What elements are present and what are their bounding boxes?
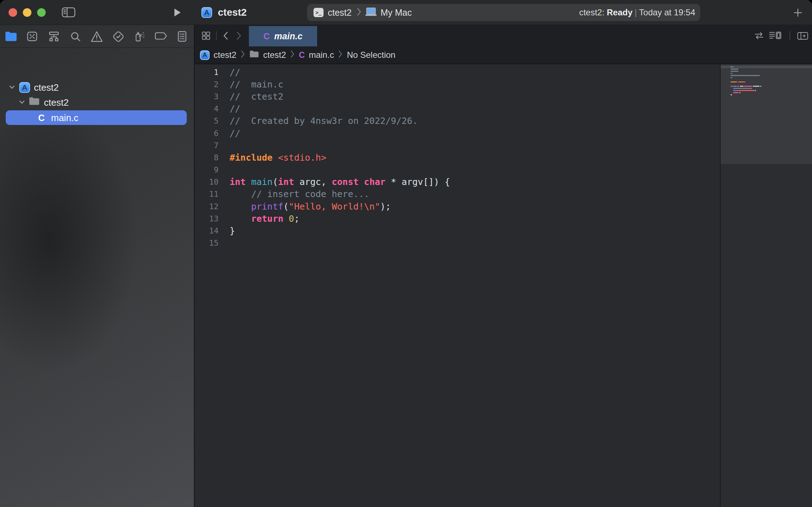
code-text: // main.c (230, 79, 284, 90)
folder-icon (249, 50, 259, 60)
code-pane[interactable]: 1//2// main.c3// ctest24//5// Created by… (195, 64, 720, 507)
code-text: // insert code here... (230, 189, 369, 199)
source-editor[interactable]: 1//2// main.c3// ctest24//5// Created by… (195, 64, 812, 507)
activity-status[interactable]: ctest2: Ready|Today at 19:54 (579, 7, 695, 17)
code-line: 2// main.c (195, 78, 720, 90)
minimap-bar (731, 94, 732, 95)
jumpbar-file[interactable]: main.c (309, 50, 334, 60)
breakpoint-navigator-icon[interactable] (155, 30, 167, 43)
symbol-navigator-icon[interactable] (47, 30, 60, 43)
project-app-icon: A (201, 7, 212, 18)
jump-bar: A ctest2 ctest2 C main.c No Selection (195, 46, 812, 64)
minimap-bar (739, 92, 741, 93)
c-file-icon: C (38, 112, 45, 123)
line-number: 11 (195, 190, 219, 199)
line-number: 1 (195, 68, 219, 77)
debug-navigator-icon[interactable] (133, 30, 146, 43)
minimap-bar (744, 86, 752, 87)
source-control-navigator-icon[interactable] (26, 30, 39, 43)
related-items-icon[interactable] (201, 31, 211, 42)
project-navigator-icon[interactable] (5, 30, 17, 43)
test-navigator-icon[interactable] (112, 30, 125, 43)
code-line: 13 return 0; (195, 212, 720, 225)
c-file-icon: C (299, 50, 305, 60)
line-number: 10 (195, 177, 219, 186)
minimap-bar (731, 66, 733, 67)
minimap-bar (733, 86, 737, 87)
line-number: 8 (195, 153, 219, 162)
minimap-bar (731, 69, 738, 70)
line-number: 12 (195, 202, 219, 211)
code-line: 7 (195, 139, 720, 151)
line-number: 4 (195, 104, 219, 113)
minimap-bar (738, 81, 745, 82)
toolbar: A ctest2 >_ ctest2 My Mac ctest2: Ready|… (0, 0, 812, 25)
close-button[interactable] (9, 8, 17, 17)
line-number: 2 (195, 80, 219, 89)
tab-bar: C main.c (195, 25, 812, 46)
code-text: // Created by 4nsw3r on 2022/9/26. (230, 116, 418, 126)
find-navigator-icon[interactable] (69, 30, 82, 43)
jumpbar-group[interactable]: ctest2 (263, 50, 286, 60)
code-text: int main(int argc, const char * argv[]) … (230, 177, 450, 187)
library-add-button[interactable] (793, 8, 803, 19)
tree-row-project[interactable]: A ctest2 (0, 80, 194, 95)
code-line: 9 (195, 164, 720, 176)
folder-icon (29, 97, 40, 109)
editor-options-icon[interactable] (768, 30, 782, 42)
minimize-button[interactable] (23, 8, 31, 17)
minimap-current-line-band (721, 66, 812, 68)
code-line: 12 printf("Hello, World!\n"); (195, 200, 720, 212)
disclosure-chevron-icon[interactable] (9, 82, 15, 93)
minimap-bar (731, 75, 760, 76)
chevron-right-icon (338, 50, 342, 60)
disclosure-chevron-icon[interactable] (19, 97, 25, 108)
report-navigator-icon[interactable] (176, 30, 189, 43)
code-line: 3// ctest2 (195, 90, 720, 102)
tab-label: main.c (274, 31, 302, 41)
minimap-bar (760, 86, 761, 87)
go-back-icon[interactable] (222, 31, 230, 41)
tab-main-c[interactable]: C main.c (249, 26, 317, 46)
code-text: // (230, 128, 240, 139)
line-number: 15 (195, 239, 219, 247)
scheme-destination[interactable]: My Mac (381, 7, 412, 18)
minimap-bar (731, 73, 732, 74)
minimap-bar (731, 77, 732, 78)
add-editor-icon[interactable] (797, 31, 809, 42)
toggle-sidebar-icon[interactable] (61, 6, 76, 20)
line-number: 5 (195, 116, 219, 125)
window-project-title: ctest2 (218, 7, 247, 18)
tree-row-file-selected[interactable]: C main.c (6, 110, 187, 125)
code-line: 10int main(int argc, const char * argv[]… (195, 176, 720, 188)
zoom-button[interactable] (37, 8, 46, 17)
jumpbar-selection[interactable]: No Selection (347, 50, 395, 60)
code-text: printf("Hello, World!\n"); (230, 201, 391, 212)
line-number: 6 (195, 129, 219, 138)
code-text: #include <stdio.h> (230, 152, 326, 163)
navigator-bar (0, 25, 194, 48)
issue-navigator-icon[interactable] (90, 30, 103, 43)
tree-project-label: ctest2 (34, 82, 59, 93)
mac-destination-icon (365, 7, 377, 18)
minimap-bar (737, 86, 739, 87)
minimap[interactable] (720, 64, 812, 507)
c-file-icon: C (264, 31, 270, 41)
line-number: 9 (195, 165, 219, 174)
scheme-target[interactable]: ctest2 (328, 7, 352, 18)
code-line: 8#include <stdio.h> (195, 151, 720, 164)
minimap-bar (754, 86, 760, 87)
code-review-icon[interactable] (754, 31, 765, 42)
chevron-right-icon (290, 50, 295, 60)
run-button[interactable] (173, 7, 181, 19)
jumpbar-project[interactable]: ctest2 (214, 50, 236, 60)
minimap-bar (740, 86, 743, 87)
code-line: 4// (195, 103, 720, 115)
code-text: // (230, 104, 240, 114)
minimap-bar (755, 90, 756, 91)
line-number: 3 (195, 92, 219, 101)
tree-row-group[interactable]: ctest2 (0, 95, 194, 110)
go-forward-icon[interactable] (235, 31, 243, 41)
xcode-window: A ctest2 >_ ctest2 My Mac ctest2: Ready|… (0, 0, 812, 507)
minimap-bar (731, 81, 737, 82)
